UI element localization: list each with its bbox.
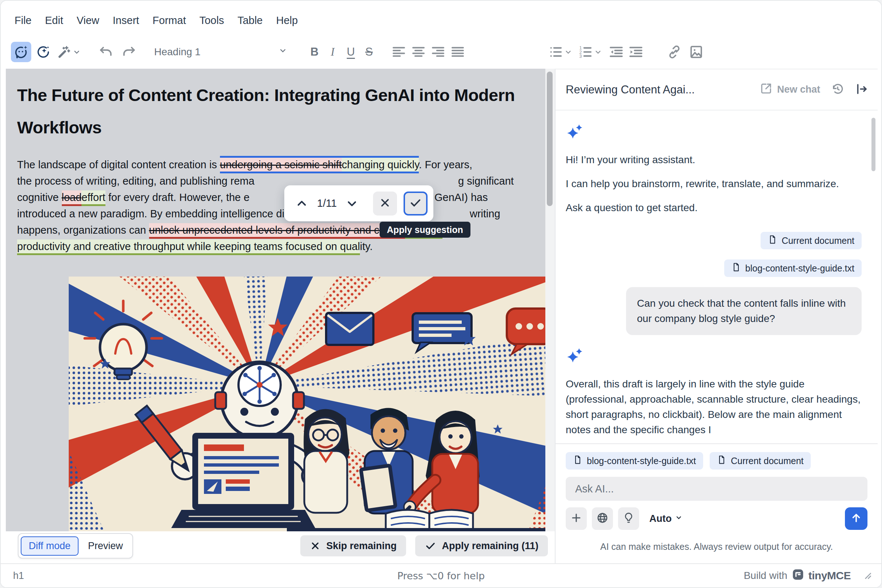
text-run[interactable]: introduced a new paradigm. By embedding … <box>17 208 329 219</box>
ideas-button[interactable] <box>618 507 639 530</box>
paragraph-line[interactable]: cognitive loadeffort for every draft. Ho… <box>17 189 520 206</box>
element-path[interactable]: h1 <box>13 570 24 582</box>
chat-transcript[interactable]: Hi! I’m your writing assistant. I can he… <box>556 111 877 443</box>
menu-insert[interactable]: Insert <box>113 15 139 27</box>
diff-ins-active[interactable]: changing quickly <box>342 156 419 173</box>
history-icon <box>831 82 844 97</box>
paragraph-line[interactable]: The landscape of digital content creatio… <box>17 157 520 173</box>
mode-toggle: Diff mode Preview <box>18 533 133 559</box>
block-format-select[interactable]: Heading 1 <box>147 41 293 63</box>
collapse-panel-button[interactable] <box>855 82 868 97</box>
diff-ins[interactable]: effort <box>81 190 105 206</box>
bullet-list-button[interactable] <box>548 44 573 60</box>
text-run[interactable]: . For years, <box>419 159 472 171</box>
indent-icon <box>628 44 643 60</box>
globe-icon <box>596 512 609 525</box>
editor-scrollbar[interactable] <box>545 69 555 531</box>
close-icon <box>379 196 391 210</box>
previous-suggestion-button[interactable] <box>294 193 310 214</box>
chat-history-button[interactable] <box>831 82 844 97</box>
document-illustration[interactable] <box>69 276 553 531</box>
text-run[interactable]: ity. <box>360 241 373 252</box>
suggestion-navigator: 1/11 <box>284 185 433 221</box>
document-body[interactable]: The Future of Content Creation: Integrat… <box>6 69 555 531</box>
new-chat-button[interactable]: New chat <box>760 82 820 97</box>
diff-del[interactable]: unlock unprecedented levels of productiv… <box>149 223 405 239</box>
collapse-icon <box>855 82 868 97</box>
chat-title: Reviewing Content Agai... <box>566 83 760 96</box>
undo-button[interactable] <box>98 42 114 62</box>
attachment-chip-current-document[interactable]: Current document <box>760 232 862 249</box>
composer-chip-current-document[interactable]: Current document <box>710 452 811 470</box>
text-run[interactable]: writing <box>470 206 500 222</box>
editor-canvas[interactable]: The Future of Content Creation: Integrat… <box>6 69 555 531</box>
menu-tools[interactable]: Tools <box>199 15 224 27</box>
add-attachment-button[interactable] <box>566 507 587 530</box>
paragraph-line[interactable]: the process of writing, editing, and pub… <box>17 173 520 189</box>
reject-suggestion-button[interactable] <box>373 192 397 216</box>
apply-remaining-button[interactable]: Apply remaining (11) <box>415 535 548 556</box>
italic-button[interactable]: I <box>324 42 341 62</box>
underline-button[interactable]: U <box>343 42 359 62</box>
menu-edit[interactable]: Edit <box>45 15 63 27</box>
chat-scrollbar-thumb[interactable] <box>871 118 876 171</box>
preview-button[interactable]: Preview <box>81 537 130 555</box>
align-left-button[interactable] <box>391 42 407 62</box>
text-run[interactable]: g significant <box>458 173 514 189</box>
skip-remaining-label: Skip remaining <box>326 540 397 552</box>
menu-view[interactable]: View <box>77 15 99 27</box>
menu-file[interactable]: File <box>15 15 32 27</box>
ai-chat-panel: Reviewing Content Agai... New chat Hi! I… <box>555 69 877 563</box>
assistant-intro-1: Hi! I’m your writing assistant. <box>566 153 862 167</box>
web-search-button[interactable] <box>592 507 613 530</box>
ai-sparkles-icon <box>566 347 862 367</box>
image-button[interactable] <box>688 42 705 62</box>
ask-ai-input[interactable] <box>566 477 867 501</box>
outdent-button[interactable] <box>608 42 625 62</box>
diff-mode-button[interactable]: Diff mode <box>21 536 78 556</box>
composer-chip-style-guide[interactable]: blog-content-style-guide.txt <box>566 452 703 470</box>
diff-del[interactable]: load <box>62 190 82 206</box>
text-run[interactable]: the process of writing, editing, and pub… <box>17 175 254 187</box>
align-center-button[interactable] <box>410 42 427 62</box>
ai-assistant-button[interactable] <box>11 42 31 62</box>
resize-handle-icon[interactable] <box>862 570 872 582</box>
diff-del-active[interactable]: undergoing a seismic shift <box>220 156 342 173</box>
text-run[interactable]: GenAI) has <box>434 189 488 206</box>
apply-suggestion-button[interactable] <box>404 192 428 216</box>
document-title[interactable]: The Future of Content Creation: Integrat… <box>17 79 520 144</box>
numbered-list-button[interactable]: 123 <box>578 44 603 60</box>
indent-button[interactable] <box>628 42 644 62</box>
link-button[interactable] <box>666 42 683 62</box>
align-justify-button[interactable] <box>449 42 466 62</box>
text-run[interactable]: cognitive <box>17 192 62 203</box>
send-button[interactable] <box>845 507 867 530</box>
menu-table[interactable]: Table <box>237 15 263 27</box>
paragraph-line[interactable]: productivity and creative throughput whi… <box>17 238 520 255</box>
branding[interactable]: Build with tinyMCE <box>744 568 851 583</box>
document-paragraph[interactable]: The landscape of digital content creatio… <box>17 157 520 255</box>
send-arrow-icon <box>850 512 862 525</box>
align-justify-icon <box>451 45 465 59</box>
paragraph-line[interactable]: introduced a new paradigm. By embedding … <box>17 206 520 222</box>
attachment-chip-style-guide[interactable]: blog-content-style-guide.txt <box>724 260 862 277</box>
skip-remaining-button[interactable]: Skip remaining <box>300 535 406 556</box>
magic-wand-button[interactable] <box>57 44 81 60</box>
menu-format[interactable]: Format <box>153 15 186 27</box>
magic-wand-icon <box>57 44 72 60</box>
text-run[interactable]: happens, organizations can <box>17 224 149 236</box>
document-icon <box>768 235 777 246</box>
align-right-button[interactable] <box>430 42 446 62</box>
text-run[interactable]: for every draft. However, the e <box>105 192 250 203</box>
editor-scrollbar-thumb[interactable] <box>547 72 553 206</box>
compose-icon <box>760 82 772 97</box>
bold-button[interactable]: B <box>306 42 323 62</box>
strikethrough-button[interactable]: S <box>361 42 377 62</box>
diff-ins[interactable]: productivity and creative throughput whi… <box>17 240 360 255</box>
next-suggestion-button[interactable] <box>344 193 360 214</box>
mode-select[interactable]: Auto <box>649 513 683 524</box>
ai-review-button[interactable] <box>35 42 52 62</box>
redo-button[interactable] <box>121 42 137 62</box>
text-run[interactable]: The landscape of digital content creatio… <box>17 159 220 171</box>
menu-help[interactable]: Help <box>276 15 298 27</box>
